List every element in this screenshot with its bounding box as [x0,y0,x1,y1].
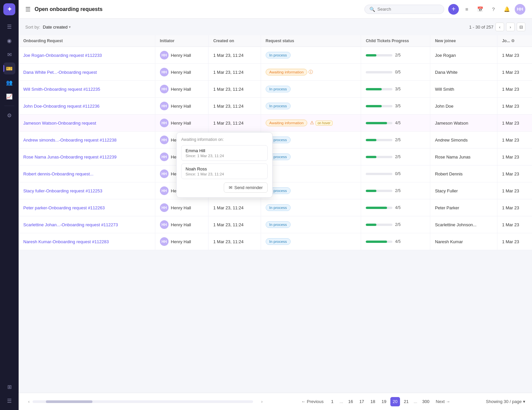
main-area: ☰ Open onboarding requests 🔍 + ≡ 📅 ? 🔔 H… [19,0,532,410]
page-19-button[interactable]: 19 [379,397,389,406]
app-logo[interactable]: ✦ [3,3,15,15]
request-link[interactable]: Scarlettine Johan...-Onboarding request … [23,222,118,227]
menu-icon[interactable]: ☰ [25,6,31,13]
sidebar-item-messages[interactable]: ✉ [3,49,15,60]
horizontal-scrollbar[interactable] [33,400,253,403]
sidebar-item-tickets[interactable]: 🎫 [3,62,15,74]
progress-bar-fill [366,224,376,226]
notifications-button[interactable]: 🔔 [501,4,512,15]
scrollbar-thumb[interactable] [46,400,92,403]
request-link[interactable]: Jameson Watson-Onboarding request [23,121,96,126]
page-20-button[interactable]: 20 [390,397,400,406]
initiator-avatar: HH [160,136,169,144]
list-view-button[interactable]: ≡ [462,4,472,15]
next-page-button[interactable]: › [506,23,515,31]
progress-cell: 2/5 [361,47,430,64]
send-reminder-icon: ✉ [229,185,232,190]
progress-cell: 2/5 [361,182,430,199]
join-date-cell: 1 Mar 23 [497,199,532,216]
send-reminder-button[interactable]: ✉ Send reminder [224,182,268,193]
request-link[interactable]: Dana White Pet...-Onboarding request [23,70,97,75]
page-300-button[interactable]: 300 [420,397,432,406]
search-bar: 🔍 [364,5,444,14]
initiator-avatar: HH [160,68,169,76]
progress-bar-bg [366,122,392,124]
col-created: Created on [208,35,261,47]
page-16-button[interactable]: 16 [346,397,355,406]
request-cell: John Doe-Onboarding request #112236 [19,98,155,115]
request-link[interactable]: Joe Rogan-Onboarding request #112233 [23,53,102,58]
sort-value[interactable]: Date created ▾ [43,25,71,30]
calendar-button[interactable]: 📅 [475,4,485,15]
sidebar-item-users[interactable]: 👥 [3,76,15,88]
sidebar-item-menu[interactable]: ☰ [3,21,15,33]
sidebar-item-list2[interactable]: ☰ [3,395,15,407]
request-link[interactable]: Peter parker-Onboarding request #112263 [23,205,105,210]
page-1-button[interactable]: 1 [328,397,337,406]
help-button[interactable]: ? [488,4,499,15]
created-cell: 1 Mar 23, 11:24 [208,47,261,64]
page-17-button[interactable]: 17 [357,397,366,406]
table-row: Scarlettine Johan...-Onboarding request … [19,216,532,233]
page-18-button[interactable]: 18 [368,397,377,406]
progress-cell: 4/5 [361,233,430,250]
tooltip-person-1: Emma Hill Since: 1 Mar 23, 11:24 [181,145,268,161]
status-badge: In process [266,103,291,109]
tooltip-person-1-name: Emma Hill [186,148,263,153]
join-date-cell: 1 Mar 23 [497,81,532,98]
initiator-cell: HHHenry Hall [155,199,208,216]
request-link[interactable]: Rose Nama Junas-Onboarding request #1122… [23,154,116,159]
sidebar-item-dashboard[interactable]: ◉ [3,35,15,47]
scroll-left-button[interactable]: ‹ [25,398,33,405]
request-link[interactable]: Andrew simonds...-Onboarding request #11… [23,138,116,143]
scroll-right-button[interactable]: › [258,398,266,405]
progress-cell: 2/5 [361,132,430,149]
prev-page-button[interactable]: ‹ [495,23,504,31]
page-21-button[interactable]: 21 [402,397,411,406]
tooltip-person-2-name: Noah Ross [186,166,263,171]
join-date-cell: 1 Mar 23 [497,216,532,233]
status-cell: In process [261,81,361,98]
created-cell: 1 Mar 23, 11:24 [208,98,261,115]
progress-text: 2/5 [395,53,401,57]
initiator-avatar: HH [160,119,169,127]
initiator-name: Henry Hall [171,239,191,244]
request-link[interactable]: Naresh Kumar-Onboarding request #112283 [23,239,109,244]
created-cell: 1 Mar 23, 11:24 [208,199,261,216]
status-cell: Awaiting informationⓘ [261,64,361,81]
initiator-name: Henry Hall [171,87,191,92]
request-cell: Rose Nama Junas-Onboarding request #1122… [19,149,155,165]
search-input[interactable] [377,7,439,12]
initiator-avatar: HH [160,169,169,178]
status-badge: Awaiting information [266,69,307,75]
progress-cell: 0/5 [361,64,430,81]
status-cell: In process [261,98,361,115]
col-progress: Child Tickets Progress [361,35,430,47]
next-button[interactable]: Next → [434,397,453,406]
sidebar-item-analytics[interactable]: 📈 [3,90,15,102]
request-cell: Will Smith-Onboarding request #112235 [19,81,155,98]
avatar[interactable]: HH [515,4,525,15]
request-link[interactable]: Stacy fuller-Onboarding request #112253 [23,188,102,193]
joinee-cell: Peter Parker [430,199,497,216]
request-link[interactable]: Robert dennis-Onboarding request... [23,171,93,176]
request-link[interactable]: John Doe-Onboarding request #112236 [23,104,99,109]
filter-button[interactable]: ⊟ [517,23,525,31]
progress-text: 4/5 [395,121,401,125]
progress-bar-fill [366,122,387,124]
sidebar-item-grid[interactable]: ⊞ [3,381,15,393]
progress-text: 4/5 [395,205,401,210]
join-date-cell: 1 Mar 23 [497,182,532,199]
prev-button[interactable]: ← Previous [299,397,326,406]
progress-bar-fill [366,54,376,56]
sidebar-item-settings[interactable]: ⚙ [3,109,15,121]
per-page-chevron-icon[interactable]: ▾ [523,399,525,404]
request-link[interactable]: Will Smith-Onboarding request #112235 [23,87,100,92]
table-header-row: Onboarding Request Initiator Created on … [19,35,532,47]
status-cell: In process [261,132,361,149]
progress-bar-bg [366,71,392,73]
progress-text: 0/5 [395,171,401,176]
add-button[interactable]: + [448,4,459,15]
column-settings-icon[interactable]: ⚙ [511,39,515,43]
awaiting-information-tooltip: Awaiting information on: Emma Hill Since… [176,132,273,198]
